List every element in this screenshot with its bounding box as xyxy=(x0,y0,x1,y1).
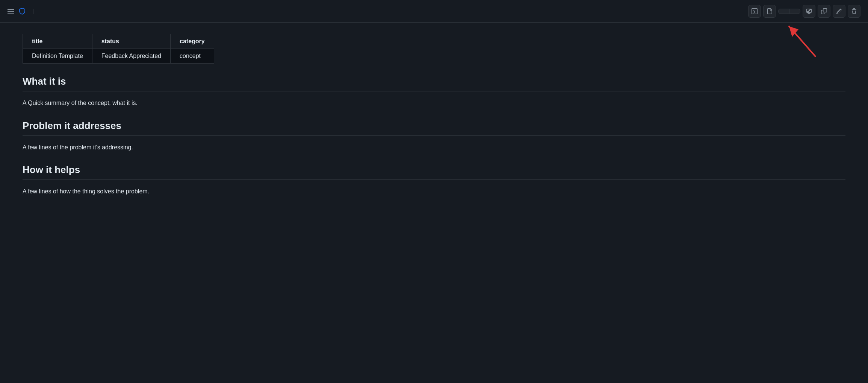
col-status: status xyxy=(92,34,170,49)
section-body: A few lines of the problem it's addressi… xyxy=(23,143,845,152)
section-body: A few lines of how the thing solves the … xyxy=(23,187,845,196)
section-heading: What it is xyxy=(23,76,845,91)
toolbar-right xyxy=(748,5,860,18)
code-icon-button[interactable] xyxy=(748,5,761,18)
content-area: title status category Definition Templat… xyxy=(0,23,868,217)
delete-icon-button[interactable] xyxy=(848,5,860,18)
table-cell: concept xyxy=(171,49,214,64)
table-cell: Feedback Appreciated xyxy=(92,49,170,64)
section-body: A Quick summary of the concept, what it … xyxy=(23,98,845,108)
shield-icon xyxy=(19,8,26,15)
hamburger-icon[interactable] xyxy=(8,9,14,14)
col-title: title xyxy=(23,34,92,49)
data-table: title status category Definition Templat… xyxy=(23,34,214,64)
blame-button[interactable] xyxy=(789,9,800,14)
toolbar: | xyxy=(0,0,868,23)
file-info: | xyxy=(30,8,38,14)
toolbar-left: | xyxy=(8,8,38,15)
col-category: category xyxy=(171,34,214,49)
copy-icon-button[interactable] xyxy=(818,5,830,18)
raw-button[interactable] xyxy=(778,9,789,14)
file-icon-button[interactable] xyxy=(763,5,776,18)
table-header-row: title status category xyxy=(23,34,214,49)
section-heading: How it helps xyxy=(23,164,845,180)
edit-icon-button[interactable] xyxy=(833,5,845,18)
arrow-annotation xyxy=(778,19,823,62)
raw-blame-group xyxy=(778,9,800,14)
monitor-icon-button[interactable] xyxy=(803,5,815,18)
section-heading: Problem it addresses xyxy=(23,120,845,136)
table-cell: Definition Template xyxy=(23,49,92,64)
table-row: Definition TemplateFeedback Appreciatedc… xyxy=(23,49,214,64)
